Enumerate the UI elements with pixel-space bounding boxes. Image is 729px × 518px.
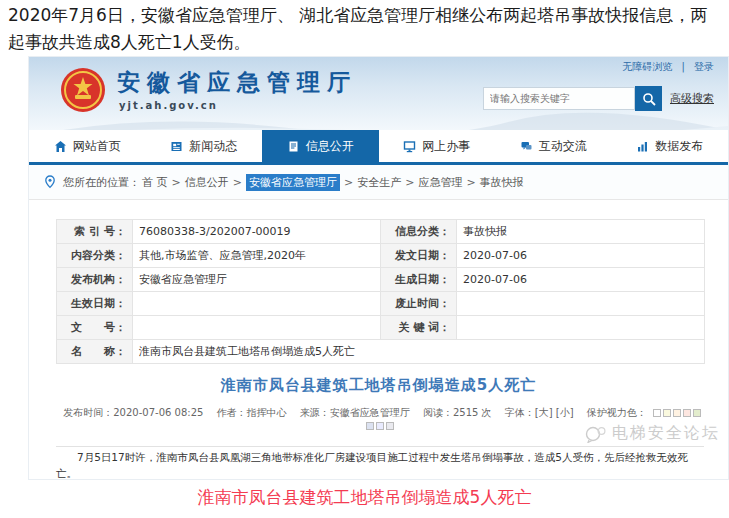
eye-protect-swatch[interactable] [693,409,701,417]
field-value [133,316,381,340]
eye-protect-label: 保护视力色： [587,407,647,418]
news-icon [170,140,183,153]
chat-icon [520,140,533,153]
header-top-links: 无障碍浏览 | 登录 [616,60,714,74]
breadcrumb-separator: > [466,176,475,189]
magnifier-icon [642,92,656,106]
breadcrumb-separator: > [405,176,414,189]
field-value: 76080338-3/202007-00019 [133,220,381,244]
field-label: 信息分类： [381,220,457,244]
field-value [133,292,381,316]
login-link[interactable]: 登录 [694,61,714,72]
national-emblem-logo[interactable] [59,66,107,114]
eye-protect-swatch[interactable] [673,409,681,417]
search-bar: 高级搜索 [483,86,714,111]
author: 作者：指挥中心 [217,407,287,418]
record-metadata-table: 索 引 号： 76080338-3/202007-00019 信息分类： 事故快… [56,219,705,364]
font-size-controls[interactable]: 字体：[大] [小] [505,407,574,418]
website-screenshot: 安徽省应急管理厅 yjt.ah.gov.cn 无障碍浏览 | 登录 高级搜索 [28,56,729,480]
site-domain: yjt.ah.gov.cn [119,100,218,111]
breadcrumb-item-home[interactable]: 首 页 [142,175,168,190]
table-row: 内容分类： 其他,市场监管、应急管理,2020年 发文日期： 2020-07-0… [57,244,705,268]
breadcrumb-item-safety[interactable]: 安全生产 [357,175,401,190]
eye-protect-swatch[interactable] [386,422,394,430]
breadcrumb-separator: > [344,176,353,189]
table-row: 名 称： 淮南市凤台县建筑工地塔吊倒塌造成5人死亡 [57,340,705,364]
monitor-icon [403,140,416,153]
watermark: 电梯安全论坛 [585,423,720,444]
breadcrumb-item-agency-highlighted[interactable]: 安徽省应急管理厅 [246,174,340,191]
field-label: 发文日期： [381,244,457,268]
eye-protect-swatch[interactable] [653,409,661,417]
nav-item-online-services[interactable]: 网上办事 [379,130,496,162]
nav-label: 互动交流 [539,138,587,155]
breadcrumb-item-info[interactable]: 信息公开 [185,175,229,190]
field-value: 其他,市场监管、应急管理,2020年 [133,244,381,268]
read-count: 阅读：2515 次 [423,407,492,418]
field-value: 淮南市凤台县建筑工地塔吊倒塌造成5人死亡 [133,340,705,364]
location-pin-icon [43,175,57,189]
eye-protect-swatch[interactable] [683,409,691,417]
main-nav: 网站首页 新闻动态 信息公开 [29,130,728,165]
search-button[interactable] [635,86,662,111]
table-row: 文 号： 关 键 词： [57,316,705,340]
detail-title: 淮南市凤台县建筑工地塔吊倒塌造成5人死亡 [29,376,728,395]
field-label: 文 号： [57,316,133,340]
nav-label: 网上办事 [422,138,470,155]
nav-label: 网站首页 [73,138,121,155]
field-label: 内容分类： [57,244,133,268]
breadcrumb-prefix: 您所在的位置： [63,175,140,190]
field-value [457,292,705,316]
field-label: 废止时间： [381,292,457,316]
top-links-divider: | [681,61,684,72]
field-value: 事故快报 [457,220,705,244]
home-icon [54,140,67,153]
nav-label: 数据发布 [655,138,703,155]
article-intro-text: 2020年7月6日，安徽省应急管理厅、 湖北省应急管理厅相继公布两起塔吊事故快报… [8,2,724,56]
table-row: 索 引 号： 76080338-3/202007-00019 信息分类： 事故快… [57,220,705,244]
breadcrumb: 您所在的位置： 首 页 > 信息公开 > 安徽省应急管理厅 > 安全生产 > 应… [29,165,728,200]
source: 来源：安徽省应急管理厅 [300,407,410,418]
nav-label: 新闻动态 [189,138,237,155]
watermark-text: 电梯安全论坛 [612,423,720,444]
search-input[interactable] [483,87,635,110]
field-label: 索 引 号： [57,220,133,244]
breadcrumb-separator: > [233,176,242,189]
field-label: 名 称： [57,340,133,364]
site-header: 安徽省应急管理厅 yjt.ah.gov.cn 无障碍浏览 | 登录 高级搜索 [29,57,728,130]
field-value [457,316,705,340]
document-icon [287,140,300,153]
breadcrumb-separator: > [172,176,181,189]
field-label: 生成日期： [381,268,457,292]
field-value: 安徽省应急管理厅 [133,268,381,292]
table-row: 发布机构： 安徽省应急管理厅 生成日期： 2020-07-06 [57,268,705,292]
nav-item-home[interactable]: 网站首页 [29,130,146,162]
article-red-caption: 淮南市凤台县建筑工地塔吊倒塌造成5人死亡 [0,486,729,509]
field-label: 生效日期： [57,292,133,316]
field-label: 发布机构： [57,268,133,292]
breadcrumb-item-emergency[interactable]: 应急管理 [418,175,462,190]
eye-protect-swatch[interactable] [366,422,374,430]
nav-label: 信息公开 [306,138,354,155]
field-value: 2020-07-06 [457,268,705,292]
nav-item-interaction[interactable]: 互动交流 [495,130,612,162]
eye-protect-swatch[interactable] [376,422,384,430]
field-value: 2020-07-06 [457,244,705,268]
article-page: 2020年7月6日，安徽省应急管理厅、 湖北省应急管理厅相继公布两起塔吊事故快报… [0,0,729,518]
forum-logo-icon [585,425,607,443]
chart-icon [636,140,649,153]
table-row: 生效日期： 废止时间： [57,292,705,316]
publish-time: 发布时间：2020-07-06 08:25 [63,407,203,418]
advanced-search-link[interactable]: 高级搜索 [670,91,714,106]
nav-item-data-release[interactable]: 数据发布 [612,130,729,162]
detail-body-text: 7月5日17时许，淮南市凤台县凤凰湖三角地带标准化厂房建设项目施工过程中发生塔吊… [56,449,706,481]
mountain-mist-decoration [29,110,728,130]
accessibility-link[interactable]: 无障碍浏览 [622,61,672,72]
nav-item-info-disclosure[interactable]: 信息公开 [262,130,379,162]
site-title[interactable]: 安徽省应急管理厅 [117,67,357,98]
field-label: 关 键 词： [381,316,457,340]
eye-protect-swatch[interactable] [663,409,671,417]
breadcrumb-item-bulletin[interactable]: 事故快报 [480,175,524,190]
nav-item-news[interactable]: 新闻动态 [146,130,263,162]
